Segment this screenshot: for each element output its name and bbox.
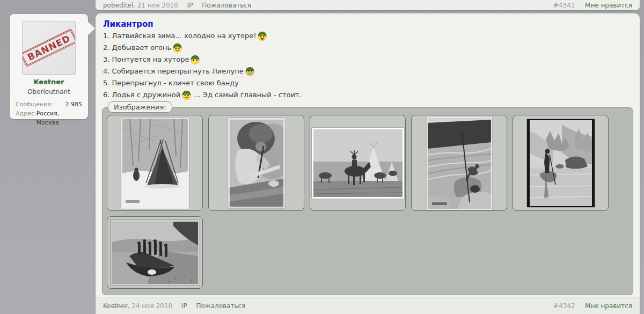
- report-link[interactable]: Пожаловаться: [202, 2, 251, 9]
- report-link[interactable]: Пожаловаться: [196, 302, 245, 310]
- stat-row-address: Адрес: Россия, Москва: [16, 109, 82, 127]
- previous-post-footer: pobeditel, 21 ноя 2010 IP Пожаловаться #…: [96, 0, 640, 10]
- user-stats: Сообщения: 2.985 Адрес: Россия, Москва: [16, 100, 82, 127]
- post-line: 4. Собирается перепрыгнуть Лиелупе: [103, 65, 302, 77]
- post-number-link[interactable]: #4341: [553, 2, 575, 9]
- post-meta: Kestner, 24 ноя 2010 IP Пожаловаться: [103, 302, 245, 310]
- riders-and-tipis-photo: [312, 128, 404, 199]
- user-rank: Oberleutnant: [10, 88, 88, 96]
- post-line: 2. Добывает огонь: [103, 42, 302, 54]
- canoe-landing-photo: [111, 220, 200, 286]
- post-panel: Ликантроп 1. Латвийская зима... холодно …: [96, 13, 640, 314]
- thumbnail-fire-drill[interactable]: [208, 115, 304, 211]
- thumbnail-calm-river-fisher[interactable]: [513, 115, 609, 211]
- username-link[interactable]: Kestner: [10, 78, 88, 86]
- thumbnail-tipi-winter-camp[interactable]: [107, 115, 203, 211]
- stat-label: Сообщения:: [16, 100, 53, 109]
- fire-drill-photo: [228, 118, 285, 208]
- thumbnail-grid: [107, 115, 630, 289]
- attachments-fieldset: Изображения:: [102, 107, 633, 295]
- user-info-card: BANNED Kestner Oberleutnant Сообщения: 2…: [10, 14, 88, 119]
- smiley-helmet-grin-icon: [190, 54, 200, 64]
- post-line: 3. Понтуется на хуторе: [103, 54, 302, 65]
- post-title: Ликантроп: [103, 19, 153, 29]
- calm-river-fisher-photo: [527, 119, 595, 207]
- previous-post-actions: #4341 Мне нравится: [553, 2, 632, 9]
- post-line: 6. Лодья с дружиной ... Эд самый главный…: [103, 89, 302, 101]
- spearing-rapids-photo: [427, 116, 492, 210]
- post-number-link[interactable]: #4342: [553, 302, 575, 310]
- smiley-helmet-smile-icon: [172, 42, 182, 53]
- author-link[interactable]: Kestner: [103, 302, 128, 310]
- ip-link[interactable]: IP: [187, 2, 193, 9]
- post-date: , 21 ноя 2010: [133, 2, 178, 9]
- thumbnail-canoe-landing[interactable]: [107, 216, 203, 289]
- like-link[interactable]: Мне нравится: [585, 2, 632, 9]
- ip-link[interactable]: IP: [181, 302, 187, 310]
- banned-stamp: BANNED: [22, 28, 76, 67]
- thumbnail-spearing-rapids[interactable]: [411, 115, 507, 211]
- avatar[interactable]: BANNED: [22, 21, 76, 75]
- post-date: , 24 ноя 2010: [128, 302, 172, 310]
- previous-post-meta: pobeditel, 21 ноя 2010 IP Пожаловаться: [103, 2, 251, 9]
- tipi-winter-camp-photo: [121, 118, 189, 209]
- stat-label: Адрес:: [16, 109, 36, 127]
- stat-value: 2.985: [65, 100, 83, 109]
- thumbnail-riders-and-tipis[interactable]: [310, 115, 406, 211]
- smiley-helmet-goggles-icon: [245, 66, 255, 76]
- author-link[interactable]: pobeditel: [103, 2, 133, 9]
- smiley-helmet-worried-icon: [257, 31, 267, 41]
- stat-row-messages: Сообщения: 2.985: [16, 100, 82, 109]
- post-footer: Kestner, 24 ноя 2010 IP Пожаловаться #43…: [96, 297, 640, 314]
- post-actions: #4342 Мне нравится: [553, 302, 632, 310]
- post-body: 1. Латвийская зима... холодно на хуторе!…: [103, 30, 302, 101]
- post-line: 1. Латвийская зима... холодно на хуторе!: [103, 30, 302, 42]
- smiley-helmet-wink-icon: [181, 90, 192, 100]
- speech-bubble-pointer: [87, 21, 95, 35]
- like-link[interactable]: Мне нравится: [585, 302, 632, 310]
- post-line: 5. Перепрыгнул - кличет свою банду: [103, 77, 302, 89]
- stat-value: Россия, Москва: [36, 109, 82, 127]
- attachments-legend: Изображения:: [108, 101, 172, 113]
